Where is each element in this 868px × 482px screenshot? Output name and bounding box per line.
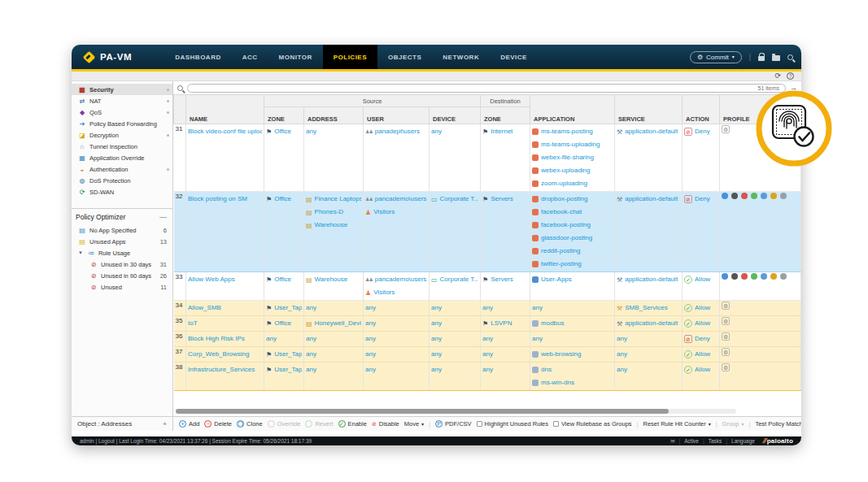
col-source-zone-header[interactable]: ZONE xyxy=(264,107,304,124)
sidebar-item-decryption[interactable]: ◪Decryption xyxy=(72,129,172,141)
device-value[interactable]: any xyxy=(431,363,442,376)
dzone-value[interactable]: Servers xyxy=(491,273,513,286)
action-value[interactable]: Allow xyxy=(695,348,710,361)
action-value[interactable]: Deny xyxy=(695,125,710,138)
service-value[interactable]: SMB_Services xyxy=(625,302,667,315)
user-value[interactable]: Visitors xyxy=(373,286,395,299)
service-value[interactable]: any xyxy=(617,348,627,361)
url-filtering-profile-icon[interactable] xyxy=(751,193,757,199)
rule-number[interactable]: 37 xyxy=(174,347,186,363)
pdf-csv-button[interactable]: PPDF/CSV xyxy=(435,420,472,428)
address-value[interactable]: Warehouse xyxy=(315,273,348,286)
app-value[interactable]: ms-teams-uploading xyxy=(541,138,600,151)
dzone-value[interactable]: Internet xyxy=(491,125,513,138)
test-policy-match-button[interactable]: Test Policy Match xyxy=(755,420,801,428)
rule-number[interactable]: 31 xyxy=(174,124,186,192)
col-device-header[interactable]: DEVICE xyxy=(430,107,481,124)
sidebar-item-nat[interactable]: ⇄NAT xyxy=(72,95,172,106)
rule-name-link[interactable]: Infrastructure_Services xyxy=(188,363,255,376)
enable-button[interactable]: ✓Enable xyxy=(338,420,367,428)
user-value[interactable]: any xyxy=(365,363,376,376)
sidebar-item-sd-wan[interactable]: ⟳SD-WAN xyxy=(72,186,172,198)
user-value[interactable]: pancademo\users xyxy=(375,273,427,286)
file-blocking-profile-icon[interactable] xyxy=(761,273,767,280)
app-value[interactable]: web-browsing xyxy=(541,348,581,361)
app-value[interactable]: facebook-chat xyxy=(541,206,582,219)
profile-icon[interactable]: ⚙ xyxy=(722,348,730,356)
zone-value[interactable]: User_Tap xyxy=(274,302,302,315)
address-value[interactable]: any xyxy=(306,125,316,138)
rule-number[interactable]: 34 xyxy=(174,301,186,316)
app-value[interactable]: twitter-posting xyxy=(541,258,582,271)
device-value[interactable]: Corporate T... xyxy=(440,193,478,206)
anti-spyware-profile-icon[interactable] xyxy=(731,273,738,280)
table-row[interactable]: 36Block High Risk IPsanyanyanyanyanyanya… xyxy=(174,332,801,347)
service-value[interactable]: application-default xyxy=(625,125,678,138)
checkbox-unchecked[interactable] xyxy=(553,421,559,427)
action-value[interactable]: Deny xyxy=(695,193,710,206)
zone-value[interactable]: Office xyxy=(274,317,291,330)
rule-name-link[interactable]: Allow Web Apps xyxy=(188,273,235,286)
app-value[interactable]: dns xyxy=(541,363,552,376)
user-value[interactable]: any xyxy=(365,302,376,315)
action-value[interactable]: Allow xyxy=(695,363,710,376)
address-value[interactable]: any xyxy=(306,302,316,315)
user-value[interactable]: Visitors xyxy=(373,206,395,219)
profile-icon[interactable]: ⚙ xyxy=(722,302,730,310)
url-filtering-profile-icon[interactable] xyxy=(751,273,757,280)
dzone-value[interactable]: Servers xyxy=(491,193,513,206)
profile-icon[interactable]: ⚙ xyxy=(722,317,730,325)
optimizer-item-unused[interactable]: ⊘Unused11 xyxy=(72,281,172,293)
object-addresses-bar[interactable]: Object : Addresses + xyxy=(72,417,173,431)
collapse-icon[interactable]: — xyxy=(159,215,167,219)
chevron-down-icon[interactable]: ▼ xyxy=(78,250,83,255)
service-value[interactable]: application-default xyxy=(625,317,678,330)
rule-name-link[interactable]: Corp_Web_Browsing xyxy=(188,348,249,361)
table-row[interactable]: 34Allow_SMB⚑User_Tapanyanyanyanyany⚒SMB_… xyxy=(174,301,801,316)
dzone-value[interactable]: any xyxy=(482,332,493,345)
app-value[interactable]: dropbox-posting xyxy=(541,193,587,206)
col-dest-zone-header[interactable]: ZONE xyxy=(481,107,530,124)
profile-icon[interactable]: ⚙ xyxy=(722,332,730,341)
sidebar-item-dos-protection[interactable]: ◍DoS Protection xyxy=(72,175,172,186)
user-value[interactable]: any xyxy=(365,348,376,361)
lock-icon[interactable] xyxy=(758,56,765,61)
tab-objects[interactable]: OBJECTS xyxy=(377,45,432,69)
col-application-header[interactable]: APPLICATION xyxy=(530,95,615,124)
user-value[interactable]: any xyxy=(365,317,376,330)
delete-button[interactable]: −Delete xyxy=(204,420,232,428)
service-value[interactable]: any xyxy=(617,332,627,345)
clone-button[interactable]: ❐Clone xyxy=(237,420,263,428)
zone-value[interactable]: Office xyxy=(274,125,291,138)
rule-number[interactable]: 36 xyxy=(174,332,186,347)
table-row[interactable]: 33Allow Web Apps⚑Office▤Warehouse♟♟panca… xyxy=(174,272,801,301)
search-icon[interactable] xyxy=(787,54,793,60)
app-value[interactable]: glassdoor-posting xyxy=(541,232,592,245)
table-row[interactable]: 32Block posting on SM⚑Office▤Finance Lap… xyxy=(174,192,801,272)
col-user-header[interactable]: USER xyxy=(364,107,430,124)
dzone-value[interactable]: LSVPN xyxy=(491,317,512,330)
address-value[interactable]: any xyxy=(306,348,316,361)
highlight-unused-rules-button[interactable]: Highlight Unused Rules xyxy=(477,420,548,428)
refresh-icon[interactable]: ⟳ xyxy=(774,72,781,80)
data-filtering-profile-icon[interactable] xyxy=(770,193,777,199)
view-rulebase-as-groups-button[interactable]: View Rulebase as Groups xyxy=(553,420,632,428)
antivirus-profile-icon[interactable] xyxy=(722,193,728,199)
rule-number[interactable]: 38 xyxy=(174,363,186,391)
address-value[interactable]: Phones-D xyxy=(315,206,344,219)
tab-policies[interactable]: POLICIES xyxy=(323,45,377,69)
wildfire-profile-icon[interactable] xyxy=(780,193,787,199)
app-value[interactable]: facebook-posting xyxy=(541,219,591,232)
app-value[interactable]: ms-teams-posting xyxy=(541,125,593,138)
commit-button[interactable]: ⚙ Commit ▾ xyxy=(690,51,742,63)
table-row[interactable]: 31Block video-conf file uploading⚑Office… xyxy=(174,124,801,192)
rule-name-link[interactable]: Block video-conf file uploading xyxy=(188,125,262,138)
col-service-header[interactable]: SERVICE xyxy=(615,95,683,124)
app-value[interactable]: any xyxy=(532,302,543,315)
add-object-icon[interactable]: + xyxy=(163,420,167,428)
profile-icon[interactable]: ⚙ xyxy=(722,125,730,133)
zone-value[interactable]: User_Tap xyxy=(274,348,302,361)
rule-number[interactable]: 33 xyxy=(174,272,186,301)
app-value[interactable]: zoom-uploading xyxy=(541,177,587,190)
zone-value[interactable]: any xyxy=(266,332,277,345)
